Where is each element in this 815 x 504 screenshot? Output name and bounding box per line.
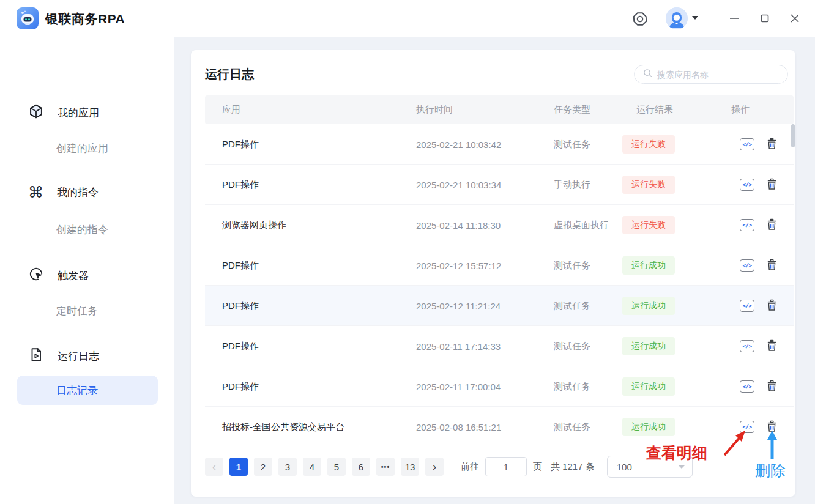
view-detail-button[interactable]: </>: [740, 421, 754, 433]
status-badge: 运行成功: [622, 337, 675, 355]
maximize-button[interactable]: [755, 9, 775, 28]
sidebar-item-scheduled-tasks[interactable]: 定时任务: [56, 304, 98, 318]
page-number-button[interactable]: 2: [254, 458, 272, 476]
sidebar-label: 我的应用: [58, 106, 99, 120]
sidebar-item-created-commands[interactable]: 创建的指令: [56, 223, 108, 237]
status-badge: 运行失败: [622, 216, 675, 234]
delete-button[interactable]: [766, 299, 778, 313]
view-detail-button[interactable]: </>: [740, 380, 754, 393]
trigger-cursor-icon: [28, 266, 44, 284]
delete-button[interactable]: [766, 218, 778, 232]
sidebar-item-trigger[interactable]: 触发器: [28, 266, 89, 284]
page-buttons: 1 2 3 4 5 6 ••• 13: [229, 458, 425, 476]
status-badge: 运行失败: [622, 135, 675, 154]
page-number-button[interactable]: 3: [278, 458, 297, 476]
row-actions: </>: [740, 245, 778, 286]
sidebar-item-run-log[interactable]: 运行日志: [28, 347, 99, 365]
sidebar-item-log-records[interactable]: 日志记录: [17, 376, 158, 405]
task-type-cell: 测试任务: [554, 407, 590, 447]
status-badge: 运行失败: [622, 176, 675, 194]
task-type-cell: 测试任务: [554, 366, 590, 407]
delete-button[interactable]: [766, 380, 778, 394]
delete-button[interactable]: [766, 420, 778, 434]
task-type-cell: 测试任务: [554, 286, 590, 326]
status-badge: 运行成功: [622, 256, 675, 275]
col-app: 应用: [222, 95, 240, 124]
search-input[interactable]: [657, 70, 773, 80]
sidebar-item-my-commands[interactable]: ⌘ 我的指令: [28, 185, 99, 200]
next-page-button[interactable]: ›: [425, 458, 444, 476]
view-detail-button[interactable]: </>: [740, 340, 754, 352]
view-detail-button[interactable]: </>: [740, 179, 754, 191]
close-button[interactable]: [785, 9, 805, 28]
code-brackets-icon: </>: [743, 262, 752, 269]
trash-icon: [766, 380, 778, 394]
app-name-cell: PDF操作: [222, 366, 259, 407]
page-number-button[interactable]: 5: [327, 458, 346, 476]
settings-icon[interactable]: [631, 10, 649, 30]
sidebar-item-created-apps[interactable]: 创建的应用: [56, 141, 108, 155]
app-name-cell: 招投标-全国公共资源交易平台: [222, 407, 344, 447]
trash-icon: [766, 420, 778, 434]
code-brackets-icon: </>: [743, 222, 752, 228]
code-brackets-icon: </>: [743, 182, 752, 188]
app-title: 银联商务RPA: [45, 10, 125, 28]
task-type-cell: 测试任务: [554, 245, 590, 286]
sidebar-label: 触发器: [58, 269, 89, 283]
row-actions: </>: [740, 286, 778, 326]
task-type-cell: 虚拟桌面执行: [554, 205, 609, 245]
page-size-value: 100: [617, 462, 632, 472]
goto-page-input[interactable]: [485, 457, 527, 476]
page-word: 页: [533, 461, 542, 473]
scrollbar-thumb[interactable]: [791, 124, 795, 147]
sidebar-label: 我的指令: [57, 185, 99, 199]
code-brackets-icon: </>: [743, 343, 752, 349]
page-number-button[interactable]: 1: [229, 458, 248, 476]
table-row: 浏览器网页操作 2025-02-14 11:18:30 虚拟桌面执行 运行失败 …: [205, 205, 794, 245]
file-play-icon: [28, 347, 44, 365]
task-type-cell: 手动执行: [554, 165, 590, 205]
view-detail-button[interactable]: </>: [740, 138, 754, 150]
command-icon: ⌘: [28, 185, 43, 200]
status-badge: 运行成功: [622, 297, 675, 315]
app-name-cell: 浏览器网页操作: [222, 205, 286, 245]
app-name-cell: PDF操作: [222, 124, 259, 165]
more-pages-button[interactable]: •••: [376, 458, 395, 476]
delete-button[interactable]: [766, 178, 778, 192]
annotation-delete: 删除: [755, 461, 786, 481]
view-detail-button[interactable]: </>: [740, 300, 754, 312]
table-row: PDF操作 2025-02-12 15:57:12 测试任务 运行成功 </>: [205, 245, 794, 286]
code-brackets-icon: </>: [743, 384, 752, 390]
page-number-button[interactable]: 6: [352, 458, 370, 476]
trash-icon: [766, 259, 778, 273]
sidebar: 我的应用 创建的应用 ⌘ 我的指令 创建的指令 触发器 定时任务 运行日志 日志…: [0, 37, 174, 504]
trash-icon: [766, 178, 778, 192]
user-avatar[interactable]: [666, 7, 688, 29]
row-actions: </>: [740, 366, 778, 407]
goto-label: 前往: [461, 461, 479, 473]
sidebar-item-my-apps[interactable]: 我的应用: [28, 103, 99, 122]
trash-icon: [766, 299, 778, 313]
app-name-cell: PDF操作: [222, 245, 259, 286]
task-type-cell: 测试任务: [554, 124, 590, 165]
view-detail-button[interactable]: </>: [740, 219, 754, 231]
exec-time-cell: 2025-02-11 17:14:33: [416, 326, 501, 366]
delete-button[interactable]: [766, 259, 778, 273]
prev-page-button[interactable]: ‹: [205, 458, 223, 476]
minimize-button[interactable]: [724, 9, 744, 28]
delete-button[interactable]: [766, 138, 778, 152]
chevron-down-icon[interactable]: [692, 16, 698, 20]
col-result: 运行结果: [636, 95, 673, 124]
app-logo-icon: [17, 7, 39, 29]
table-header: 应用 执行时间 任务类型 运行结果 操作: [205, 95, 794, 124]
search-box[interactable]: [634, 65, 788, 84]
trash-icon: [766, 218, 778, 232]
cube-icon: [28, 103, 44, 122]
view-detail-button[interactable]: </>: [740, 259, 754, 272]
row-actions: </>: [740, 124, 778, 165]
page-number-button[interactable]: 13: [401, 458, 419, 476]
delete-button[interactable]: [766, 339, 778, 354]
row-actions: </>: [740, 165, 778, 205]
page-number-button[interactable]: 4: [303, 458, 321, 476]
total-count: 共 1217 条: [551, 461, 595, 473]
